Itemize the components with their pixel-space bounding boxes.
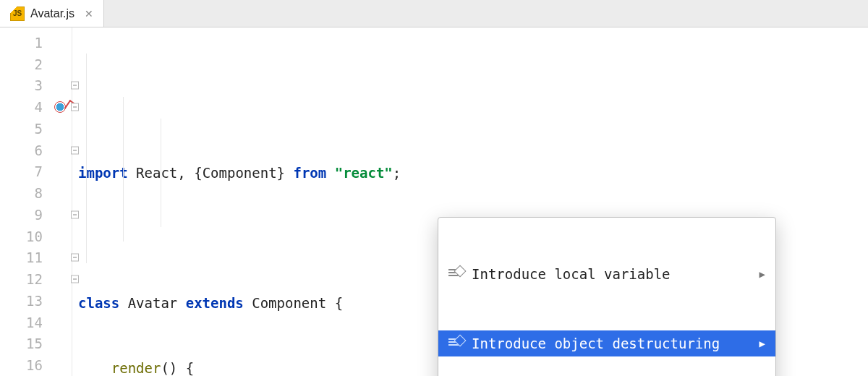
menu-item-label: Introduce local variable [472,263,671,285]
gutter-line: 3 [0,75,72,97]
menu-item-introduce-local-variable[interactable]: Introduce local variable ▶ [438,261,775,287]
js-file-icon: JS [10,7,25,21]
gutter-line: 12 [0,268,72,290]
gutter-line: 10 [0,226,72,247]
code-line: import React, {Component} from "react"; [72,162,868,184]
gutter-line: 13 [0,290,72,312]
gutter-line: 5 [0,118,72,140]
tab-avatar-js[interactable]: JS Avatar.js ✕ [0,0,104,27]
gutter-line: 4 [0,96,72,118]
chevron-right-icon: ▶ [760,333,765,354]
gutter-line: 9 [0,204,72,226]
gutter-line: 11 [0,247,72,269]
chevron-right-icon: ▶ [760,263,765,285]
override-marker-icon[interactable] [54,101,66,113]
tab-filename: Avatar.js [30,7,75,20]
menu-item-label: Introduce object destructuring [472,333,720,354]
gutter-line: 15 [0,333,72,355]
gutter-line: 14 [0,312,72,333]
code-editor[interactable]: 1 2 3 4 5 6 7 8 9 10 11 12 13 14 15 16 i… [0,27,868,376]
intention-menu: Introduce local variable ▶ Introduce obj… [438,217,776,376]
gutter-line: 2 [0,54,72,75]
code-area[interactable]: import React, {Component} from "react"; … [72,27,868,376]
gutter-line: 7 [0,161,72,183]
menu-item-introduce-object-destructuring[interactable]: Introduce object destructuring ▶ [438,330,775,356]
intention-icon [448,267,463,281]
close-icon[interactable]: ✕ [80,8,93,20]
gutter-line: 6 [0,140,72,161]
gutter-line: 16 [0,354,72,376]
gutter-line: 8 [0,182,72,204]
gutter: 1 2 3 4 5 6 7 8 9 10 11 12 13 14 15 16 [0,27,72,376]
tab-bar: JS Avatar.js ✕ [0,0,868,27]
gutter-line: 1 [0,32,72,54]
intention-icon [448,336,463,351]
